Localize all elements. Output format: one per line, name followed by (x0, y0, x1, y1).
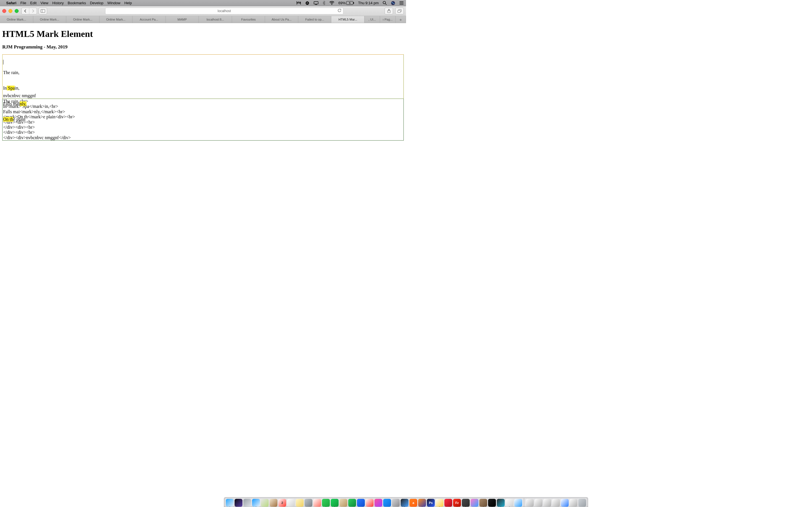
svg-rect-4 (353, 2, 354, 4)
menu-help[interactable]: Help (124, 1, 132, 5)
wifi-icon[interactable] (329, 1, 335, 5)
airplay-icon[interactable] (313, 1, 319, 5)
zoom-window-button[interactable] (15, 9, 18, 13)
browser-tab[interactable]: ı Pag... (380, 16, 396, 23)
share-button[interactable] (385, 8, 393, 14)
svg-point-5 (383, 1, 386, 4)
svg-rect-16 (398, 10, 401, 13)
rendered-line-2a: In (3, 86, 7, 91)
tab-bar: Online Mark...Online Mark...Online Mark.… (0, 16, 406, 23)
browser-tab[interactable]: MAMP (166, 16, 199, 23)
sidebar-toggle-button[interactable] (39, 8, 47, 14)
menu-develop[interactable]: Develop (90, 1, 103, 5)
close-window-button[interactable] (2, 9, 6, 13)
window-controls (2, 9, 18, 13)
battery-status[interactable]: 69% (338, 1, 354, 5)
macos-menubar: Safari File Edit View History Bookmarks … (0, 0, 406, 6)
nav-segment (21, 8, 37, 14)
app-name[interactable]: Safari (6, 1, 16, 5)
browser-tab[interactable]: Online Mark... (33, 16, 66, 23)
rendered-line-3a: Falls mai (3, 101, 20, 106)
rendered-line-4-mark: On th (3, 117, 13, 122)
menu-history[interactable]: History (52, 1, 63, 5)
rendered-line-2-mark: Spa (7, 86, 15, 91)
browser-tab[interactable]: Account Pa... (133, 16, 166, 23)
forward-button[interactable] (29, 8, 37, 14)
reload-button[interactable] (338, 9, 342, 13)
page-subtitle: RJM Programming - May, 2019 (2, 44, 404, 50)
menu-view[interactable]: View (41, 1, 49, 5)
text-cursor (3, 60, 3, 64)
browser-tab[interactable]: Failed to op... (298, 16, 332, 23)
rendered-line-2b: in, (15, 86, 19, 91)
browser-tab[interactable]: Online Mark... (100, 16, 133, 23)
clock[interactable]: Thu 9:14 pm (358, 1, 378, 5)
svg-point-2 (332, 4, 332, 5)
minimize-window-button[interactable] (8, 9, 12, 13)
browser-tab[interactable]: Favourites (232, 16, 265, 23)
safari-toolbar: localhost (0, 6, 406, 16)
tabs-overview-button[interactable] (395, 8, 404, 14)
browser-tab[interactable]: , UI... (364, 16, 380, 23)
rendered-line-3-mark: nly, (20, 101, 26, 106)
address-bar[interactable]: localhost (105, 8, 343, 14)
page-title: HTML5 Mark Element (2, 29, 404, 39)
browser-tab[interactable]: localhost:8... (199, 16, 232, 23)
spotlight-icon[interactable] (383, 1, 387, 5)
browser-tab[interactable]: Online Mark... (0, 16, 33, 23)
page-content: HTML5 Mark Element RJM Programming - May… (0, 23, 406, 140)
battery-percent: 69% (338, 1, 346, 5)
browser-tab[interactable]: About Us Pa... (265, 16, 298, 23)
svg-line-6 (386, 4, 387, 5)
menu-file[interactable]: File (20, 1, 26, 5)
rendered-line-1: The rain, (3, 70, 19, 75)
new-tab-button[interactable]: + (396, 16, 406, 23)
browser-tab[interactable]: HTML5 Mar... (331, 16, 364, 23)
rendered-editable-box[interactable]: The rain, In Spain, Falls mainly, On the… (2, 54, 404, 99)
menu-extra-avast-icon[interactable] (305, 1, 310, 5)
back-button[interactable] (22, 8, 29, 14)
notification-center-icon[interactable] (399, 1, 404, 5)
menu-edit[interactable]: Edit (30, 1, 36, 5)
menu-window[interactable]: Window (107, 1, 120, 5)
svg-rect-11 (41, 10, 45, 13)
rendered-line-4b: e plain (13, 117, 26, 122)
rendered-tail-text: nvbcnbvc nmggnf (3, 93, 36, 98)
siri-menu-icon[interactable] (391, 1, 395, 5)
menu-bookmarks[interactable]: Bookmarks (68, 1, 86, 5)
browser-tab[interactable]: Online Mark... (66, 16, 100, 23)
address-bar-text: localhost (218, 9, 231, 13)
svg-point-0 (306, 1, 309, 5)
bluetooth-icon[interactable] (322, 1, 325, 5)
menu-extra-m-icon[interactable] (297, 1, 301, 5)
